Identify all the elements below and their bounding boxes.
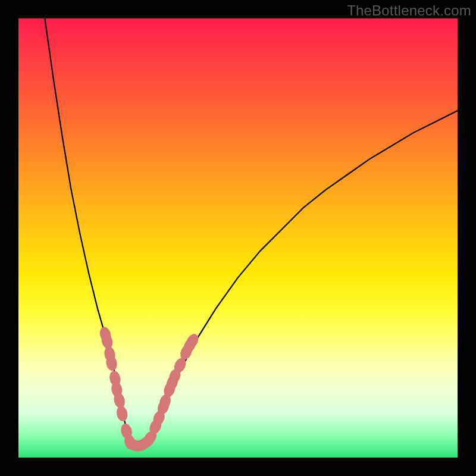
plot-area xyxy=(18,18,458,458)
watermark-text: TheBottleneck.com xyxy=(347,2,471,19)
bottleneck-curve xyxy=(45,18,458,447)
chart-frame: TheBottleneck.com xyxy=(0,0,476,476)
curve-svg xyxy=(18,18,458,458)
marker-bead xyxy=(115,405,129,422)
marker-group xyxy=(98,325,201,453)
